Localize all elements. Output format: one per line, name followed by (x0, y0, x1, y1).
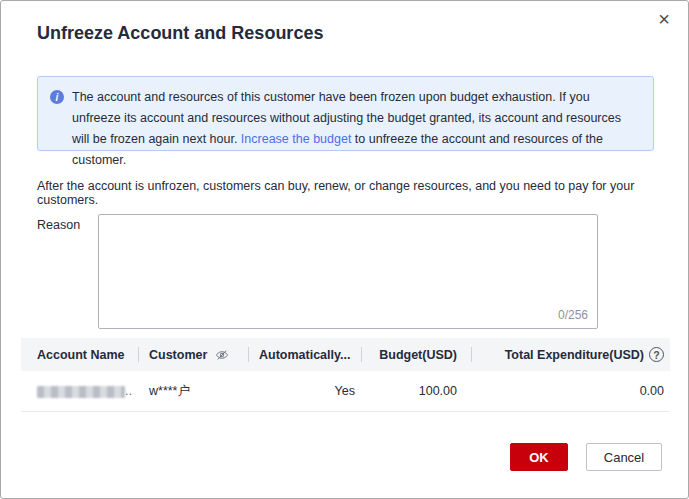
column-customer: Customer (138, 338, 248, 371)
column-automatically: Automatically... (248, 338, 361, 371)
accounts-table: Account Name Customer Automatically... B… (21, 338, 670, 412)
unfreeze-dialog: Unfreeze Account and Resources × i The a… (0, 0, 689, 499)
table-header: Account Name Customer Automatically... B… (21, 338, 670, 371)
budget-cell: 100.00 (361, 384, 471, 398)
reason-label: Reason (37, 218, 80, 232)
reason-textarea[interactable] (98, 214, 598, 329)
customer-cell: w****户 (138, 383, 248, 400)
info-banner: i The account and resources of this cust… (37, 76, 654, 151)
total-expenditure-cell: 0.00 (471, 384, 670, 398)
redacted-account-name (37, 386, 125, 398)
column-budget: Budget(USD) (361, 338, 471, 371)
unfrozen-description: After the account is unfrozen, customers… (37, 179, 667, 207)
dialog-title: Unfreeze Account and Resources (37, 23, 323, 44)
table-row: .. w****户 Yes 100.00 0.00 (21, 371, 670, 412)
help-icon[interactable]: ? (649, 347, 664, 362)
increase-budget-link[interactable]: Increase the budget (241, 132, 352, 146)
info-icon: i (50, 90, 64, 104)
automatically-cell: Yes (248, 384, 361, 398)
close-icon: × (658, 8, 670, 30)
banner-text: The account and resources of this custom… (72, 87, 637, 140)
column-total-expenditure: Total Expenditure(USD) ? (471, 338, 670, 371)
hide-customer-eye-icon[interactable] (215, 348, 229, 362)
reason-field: 0/256 (98, 214, 598, 329)
account-name-cell: .. (21, 384, 138, 398)
ok-button[interactable]: OK (510, 443, 568, 471)
column-account-name: Account Name (21, 338, 138, 371)
cancel-button[interactable]: Cancel (586, 443, 662, 471)
close-button[interactable]: × (652, 7, 676, 31)
